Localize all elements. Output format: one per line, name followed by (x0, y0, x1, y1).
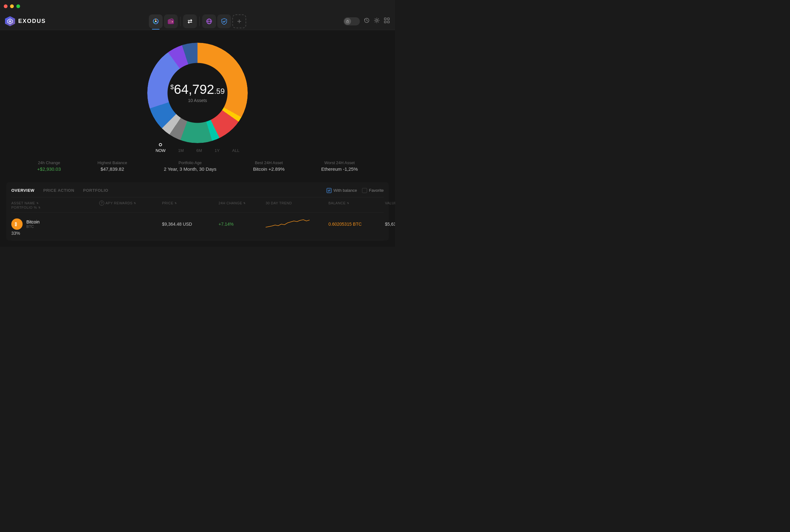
th-balance[interactable]: BALANCE ⇅ (328, 201, 385, 206)
sort-price-icon: ⇅ (174, 202, 177, 205)
bitcoin-value: $5,637.91 (385, 222, 395, 227)
bitcoin-change-24h: +7.14% (219, 222, 266, 227)
svg-rect-11 (384, 21, 386, 23)
svg-rect-10 (388, 18, 389, 20)
apy-help-icon[interactable]: ? (99, 201, 104, 206)
bitcoin-price: $9,364.48 USD (162, 222, 219, 227)
filter-favorite[interactable]: Favorite (362, 188, 384, 193)
sort-apy-icon: ⇅ (134, 202, 136, 205)
titlebar (0, 0, 395, 13)
nav-divider (180, 17, 181, 26)
apps-button[interactable] (384, 17, 390, 25)
sort-balance-icon: ⇅ (347, 202, 350, 205)
tab-price-action[interactable]: PRICE ACTION (43, 187, 74, 194)
portfolio-section: $64,792.59 10 Assets NOW 1M 6M 1Y ALL (6, 36, 389, 175)
th-apy-rewards[interactable]: ? APY REWARDS ⇅ (99, 201, 162, 206)
exodus-logo-icon (5, 16, 15, 26)
bitcoin-portfolio-pct: 33% (11, 231, 99, 236)
th-asset-name[interactable]: ASSET NAME ⇅ (11, 201, 99, 206)
history-button[interactable] (363, 17, 370, 25)
stat-best-asset-value: Bitcoin +2.89% (253, 166, 284, 172)
stat-best-asset-label: Best 24H Asset (253, 160, 284, 165)
filter-with-balance[interactable]: With balance (326, 188, 357, 193)
settings-button[interactable] (374, 17, 380, 25)
favorite-label: Favorite (369, 188, 384, 193)
stat-portfolio-age-value: 2 Year, 3 Month, 30 Days (164, 166, 217, 172)
stat-worst-asset-value: Ethereum -1,25% (321, 166, 358, 172)
minimize-button[interactable] (10, 4, 14, 8)
close-button[interactable] (4, 4, 7, 8)
portfolio-asset-count: 10 Assets (170, 98, 225, 103)
table-header: ASSET NAME ⇅ ? APY REWARDS ⇅ PRICE ⇅ 24H… (11, 197, 384, 213)
stat-worst-asset-label: Worst 24H Asset (321, 160, 358, 165)
asset-table-section: OVERVIEW PRICE ACTION PORTFOLIO With bal… (6, 182, 389, 241)
main-content: $64,792.59 10 Assets NOW 1M 6M 1Y ALL (0, 30, 395, 247)
logo-area: EXODUS (5, 16, 55, 26)
th-24h-change[interactable]: 24H CHANGE ⇅ (219, 201, 266, 206)
svg-point-8 (376, 19, 378, 21)
asset-info-bitcoin: ₿ Bitcoin BTC (11, 218, 99, 230)
stat-portfolio-age-label: Portfolio Age (164, 160, 217, 165)
stat-worst-asset: Worst 24H Asset Ethereum -1,25% (321, 160, 358, 172)
logo-text: EXODUS (18, 18, 46, 24)
nav-web3-button[interactable] (202, 15, 216, 28)
timeline-now[interactable]: NOW (156, 148, 166, 153)
nav-portfolio-button[interactable] (149, 15, 163, 28)
timeline-6m[interactable]: 6M (196, 148, 202, 153)
table-row[interactable]: ₿ Bitcoin BTC $9,364.48 USD +7.14% 0.602… (11, 213, 384, 241)
nav-exchange-button[interactable] (183, 15, 197, 28)
nav-tabs (55, 15, 340, 28)
svg-point-1 (155, 21, 156, 22)
svg-rect-12 (388, 21, 389, 23)
tab-overview[interactable]: OVERVIEW (11, 187, 35, 194)
nav-add-button[interactable] (232, 15, 246, 28)
sort-portfolio-icon: ⇅ (38, 206, 41, 209)
portfolio-total: $64,792.59 (170, 83, 225, 96)
timeline-all[interactable]: ALL (232, 148, 239, 153)
th-portfolio-pct[interactable]: PORTFOLIO % ⇅ (11, 206, 99, 209)
stat-24h-change-label: 24h Change (37, 160, 61, 165)
th-price[interactable]: PRICE ⇅ (162, 201, 219, 206)
favorite-checkbox[interactable] (362, 188, 367, 193)
bitcoin-name: Bitcoin (26, 220, 40, 224)
th-value[interactable]: VALUE ⇅ (385, 201, 395, 206)
timeline-1m[interactable]: 1M (178, 148, 184, 153)
stat-highest-balance-label: Highest Balance (97, 160, 127, 165)
svg-rect-6 (347, 21, 349, 23)
stat-portfolio-age: Portfolio Age 2 Year, 3 Month, 30 Days (164, 160, 217, 172)
sort-asset-name-icon: ⇅ (36, 202, 39, 205)
svg-rect-3 (172, 21, 173, 22)
currency-symbol: $ (170, 83, 174, 90)
stats-row: 24h Change +$2,930.03 Highest Balance $4… (6, 160, 389, 172)
table-filters: With balance Favorite (326, 188, 384, 193)
with-balance-label: With balance (334, 188, 357, 193)
with-balance-checkbox[interactable] (326, 188, 332, 193)
stat-best-asset: Best 24H Asset Bitcoin +2.89% (253, 160, 284, 172)
sort-24h-icon: ⇅ (243, 202, 246, 205)
table-tabs-row: OVERVIEW PRICE ACTION PORTFOLIO With bal… (11, 182, 384, 197)
donut-center: $64,792.59 10 Assets (170, 83, 225, 103)
th-30day-trend: 30 DAY TREND (266, 201, 328, 206)
bitcoin-icon: ₿ (11, 218, 23, 230)
timeline: NOW 1M 6M 1Y ALL (149, 148, 246, 153)
nav-right-controls (340, 17, 390, 25)
stat-highest-balance-value: $47,839.82 (97, 166, 127, 172)
stat-24h-change: 24h Change +$2,930.03 (37, 160, 61, 172)
lock-toggle[interactable] (343, 17, 360, 25)
stat-24h-change-value: +$2,930.03 (37, 166, 61, 172)
nav-security-button[interactable] (217, 15, 231, 28)
svg-text:₿: ₿ (15, 222, 17, 227)
bitcoin-symbol: BTC (26, 224, 40, 229)
stat-highest-balance: Highest Balance $47,839.82 (97, 160, 127, 172)
timeline-1y[interactable]: 1Y (214, 148, 220, 153)
maximize-button[interactable] (16, 4, 20, 8)
tab-portfolio[interactable]: PORTFOLIO (83, 187, 108, 194)
top-navigation: EXODUS (0, 13, 395, 30)
nav-wallet-button[interactable] (164, 15, 178, 28)
lock-knob (344, 18, 351, 25)
bitcoin-sparkline (266, 217, 328, 231)
donut-chart: $64,792.59 10 Assets (147, 43, 248, 143)
bitcoin-balance: 0.60205315 BTC (328, 222, 385, 227)
svg-rect-9 (384, 18, 386, 20)
